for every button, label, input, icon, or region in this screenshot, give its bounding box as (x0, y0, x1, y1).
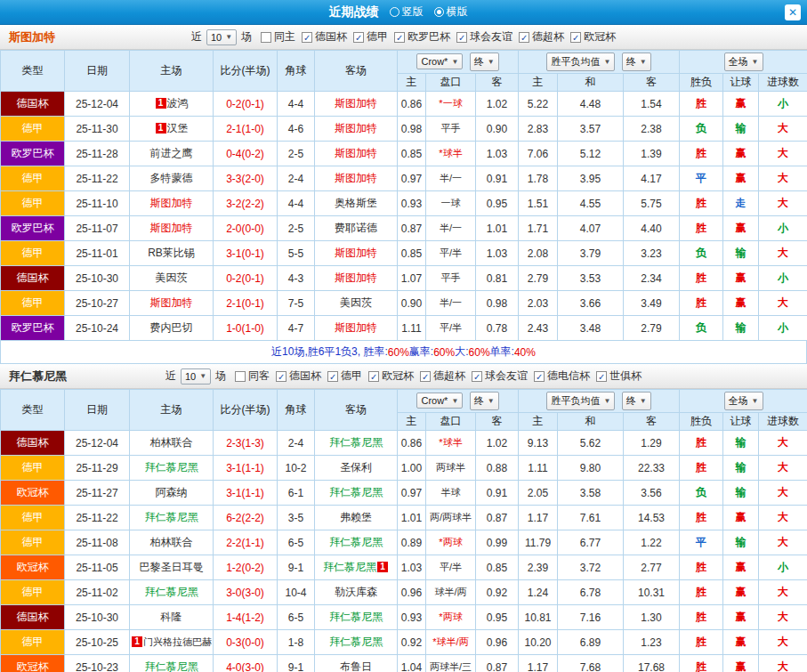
handicap-result-cell: 赢 (723, 580, 759, 605)
team-name: 阿森纳 (156, 486, 188, 498)
match-row: 欧冠杯25-11-27阿森纳3-1(1-1)6-1拜仁慕尼黑0.97半球0.91… (1, 481, 807, 506)
red-card-badge: 1 (156, 123, 166, 134)
avg-type-select[interactable]: 胜平负均值▼ (546, 392, 615, 410)
col-corner: 角球 (278, 390, 315, 431)
result-cell: 负 (680, 481, 723, 506)
filter-checkbox-德超杯[interactable]: ✓德超杯 (420, 368, 465, 384)
avg-home: 5.22 (519, 92, 558, 117)
odds-away: 1.03 (476, 142, 519, 166)
match-score: 0-4(0-2) (214, 142, 278, 166)
corner-score: 4-6 (278, 117, 315, 142)
avg-away: 17.68 (624, 655, 680, 672)
odds-final-select[interactable]: 终▼ (470, 53, 499, 71)
filter-checkbox-欧罗巴杯[interactable]: ✓欧罗巴杯 (394, 29, 450, 45)
match-row: 德甲25-11-08柏林联合2-2(1-1)6-5拜仁慕尼黑0.89*两球0.9… (1, 530, 807, 555)
goals-result-cell: 大 (759, 481, 807, 506)
checkbox-checked-icon: ✓ (519, 32, 529, 43)
avg-header-group: 胜平负均值▼ 终▼ (519, 51, 680, 74)
filter-checkbox-世俱杯[interactable]: ✓世俱杯 (596, 368, 642, 384)
filter-checkbox-同主[interactable]: 同主 (261, 29, 295, 45)
subcol-handicap: 盘口 (426, 74, 476, 92)
odds-handicap: 平手 (426, 117, 476, 142)
odds-handicap: 半/一 (426, 166, 476, 191)
avg-home: 1.11 (519, 456, 558, 481)
corner-score: 2-4 (278, 431, 315, 456)
filter-checkbox-球会友谊[interactable]: ✓球会友谊 (472, 368, 528, 384)
chevron-down-icon: ▼ (199, 372, 206, 380)
corner-score: 10-4 (278, 580, 315, 605)
checkbox-label: 欧冠杯 (382, 368, 414, 384)
filter-checkbox-欧冠杯[interactable]: ✓欧冠杯 (368, 368, 414, 384)
close-button[interactable]: ✕ (785, 4, 801, 20)
result-cell: 胜 (680, 191, 723, 216)
matches-body: 德国杯25-12-041波鸿0-2(0-1)4-4斯图加特0.86*一球1.02… (1, 92, 807, 341)
league-type-cell: 德甲 (1, 166, 65, 191)
filter-checkbox-德国杯[interactable]: ✓德国杯 (302, 29, 347, 45)
avg-draw: 3.58 (558, 481, 624, 506)
match-date: 25-10-30 (65, 605, 130, 630)
handicap-result-cell: 输 (723, 241, 759, 266)
result-cell: 胜 (680, 142, 723, 166)
match-score: 0-2(0-1) (214, 92, 278, 117)
handicap-result-cell: 赢 (723, 92, 759, 117)
radio-unselected-icon (390, 7, 399, 17)
result-cell: 胜 (680, 92, 723, 117)
team-cell: 拜仁慕尼黑 (315, 605, 398, 630)
scope-select[interactable]: 全场▼ (724, 392, 763, 410)
filter-checkbox-德电信杯[interactable]: ✓德电信杯 (534, 368, 590, 384)
match-count-select[interactable]: 10 ▼ (181, 368, 211, 385)
odds-final-select[interactable]: 终▼ (470, 392, 499, 410)
odds-handicap: *球半 (426, 431, 476, 456)
handicap-result-cell: 赢 (723, 630, 759, 655)
result-cell: 胜 (680, 605, 723, 630)
avg-draw: 3.72 (558, 555, 624, 580)
odds-company-select[interactable]: Crow*▼ (416, 393, 463, 409)
filter-checkbox-球会友谊[interactable]: ✓球会友谊 (456, 29, 512, 45)
chevron-down-icon: ▼ (603, 58, 610, 66)
goals-result-cell: 大 (759, 166, 807, 191)
team-cell: 柏林联合 (130, 431, 214, 456)
filter-checkbox-德甲[interactable]: ✓德甲 (327, 368, 362, 384)
odds-away: 0.90 (476, 117, 519, 142)
corner-score: 3-5 (278, 506, 315, 530)
subcol-result: 胜负 (680, 413, 723, 431)
team-cell: 拜仁慕尼黑 (130, 456, 214, 481)
avg-final-select[interactable]: 终▼ (622, 392, 651, 410)
team-cell: 美因茨 (315, 291, 398, 316)
avg-final-select[interactable]: 终▼ (622, 53, 651, 71)
section-stuttgart: 斯图加特 近 10 ▼ 场 同主✓德国杯✓德甲✓欧罗巴杯✓球会友谊✓德超杯✓欧冠… (0, 25, 807, 364)
scope-select[interactable]: 全场▼ (724, 53, 763, 71)
result-cell: 胜 (680, 266, 723, 291)
team-name: 费耶诺德 (335, 222, 377, 234)
league-type-cell: 德国杯 (1, 431, 65, 456)
match-date: 25-12-04 (65, 431, 130, 456)
avg-type-select[interactable]: 胜平负均值▼ (546, 53, 615, 71)
odds-away: 0.87 (476, 655, 519, 672)
team-name: 费内巴切 (150, 321, 193, 334)
checkbox-label: 德国杯 (315, 29, 347, 45)
radio-vertical-layout[interactable]: 竖版 (390, 4, 424, 20)
odds-company-select[interactable]: Crow*▼ (416, 53, 463, 69)
odds-handicap: 半球 (426, 481, 476, 506)
match-score: 1-0(1-0) (214, 316, 278, 341)
subcol-odds-away: 客 (476, 74, 519, 92)
corner-score: 5-5 (278, 241, 315, 266)
filter-checkbox-同客[interactable]: 同客 (235, 368, 270, 384)
filter-checkbox-德国杯[interactable]: ✓德国杯 (276, 368, 321, 384)
checkbox-checked-icon: ✓ (368, 371, 379, 382)
match-count-select[interactable]: 10 ▼ (206, 29, 237, 45)
odds-home: 0.93 (398, 191, 426, 216)
filter-checkbox-欧冠杯[interactable]: ✓欧冠杯 (570, 29, 616, 45)
checkbox-checked-icon: ✓ (596, 371, 607, 382)
chevron-down-icon: ▼ (603, 397, 610, 405)
filter-checkbox-德甲[interactable]: ✓德甲 (353, 29, 388, 45)
avg-away: 4.17 (624, 166, 680, 191)
radio-horizontal-layout[interactable]: 横版 (434, 4, 468, 20)
result-cell: 胜 (680, 555, 723, 580)
filter-checkbox-德超杯[interactable]: ✓德超杯 (519, 29, 564, 45)
team-name: 美因茨 (340, 296, 372, 309)
goals-result-cell: 大 (759, 456, 807, 481)
avg-away: 4.40 (624, 216, 680, 241)
league-type-cell: 德甲 (1, 580, 65, 605)
match-score: 6-2(2-2) (214, 506, 278, 530)
